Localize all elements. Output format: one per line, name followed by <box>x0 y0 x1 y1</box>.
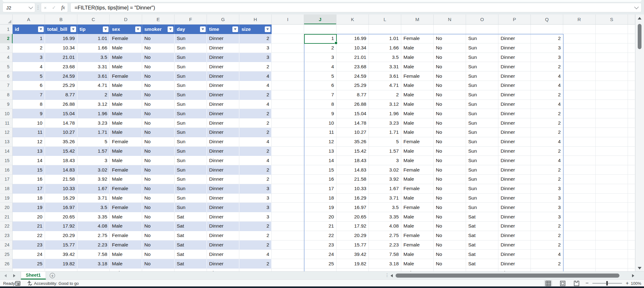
cell-G25[interactable]: Dinner <box>207 250 239 259</box>
cell-N22[interactable]: No <box>434 222 466 231</box>
cell-S19[interactable] <box>596 194 628 203</box>
cell-G20[interactable]: Dinner <box>207 203 239 212</box>
row-header-8[interactable]: 8 <box>0 90 13 100</box>
cell-O3[interactable]: Sun <box>466 43 498 53</box>
cell-L9[interactable]: 3.12 <box>369 100 401 109</box>
cell-D17[interactable]: Male <box>110 175 142 184</box>
cell-R15[interactable] <box>563 156 596 165</box>
cell-M26[interactable]: Male <box>401 259 434 268</box>
cell-J3[interactable]: 2 <box>304 43 336 53</box>
cell-E2[interactable]: No <box>142 34 175 43</box>
hscroll-right-icon[interactable] <box>632 274 634 277</box>
cell-partial-9[interactable] <box>628 100 635 109</box>
cell-P16[interactable]: Dinner <box>498 165 531 175</box>
cell-H17[interactable]: 2 <box>239 175 272 184</box>
cell-J18[interactable]: 17 <box>304 184 336 194</box>
cell-S8[interactable] <box>596 90 628 100</box>
cell-Q21[interactable]: 3 <box>531 212 563 222</box>
cell-C4[interactable]: 3.5 <box>77 53 110 62</box>
cell-H21[interactable]: 3 <box>239 212 272 222</box>
cell-C22[interactable]: 4.08 <box>77 222 110 231</box>
hscroll-left-icon[interactable] <box>391 274 393 277</box>
cell-F3[interactable]: Sun <box>175 43 207 53</box>
cell-S18[interactable] <box>596 184 628 194</box>
column-header-R[interactable]: R <box>563 14 596 24</box>
cell-R9[interactable] <box>563 100 596 109</box>
cell-I21[interactable] <box>272 212 304 222</box>
cell-A11[interactable]: 10 <box>13 118 45 128</box>
cell-R10[interactable] <box>563 109 596 118</box>
cell-H9[interactable]: 4 <box>239 100 272 109</box>
cell-G4[interactable]: Dinner <box>207 53 239 62</box>
cell-D21[interactable]: Male <box>110 212 142 222</box>
cell-N10[interactable]: No <box>434 109 466 118</box>
row-header-26[interactable]: 26 <box>0 259 13 268</box>
cell-P26[interactable]: Dinner <box>498 259 531 268</box>
cell-N12[interactable]: No <box>434 128 466 137</box>
cell-S23[interactable] <box>596 231 628 240</box>
cell-K5[interactable]: 23.68 <box>336 62 369 71</box>
normal-view-button[interactable] <box>544 280 552 286</box>
cell-S20[interactable] <box>596 203 628 212</box>
cell-H22[interactable]: 2 <box>239 222 272 231</box>
cell-C8[interactable]: 2 <box>77 90 110 100</box>
filter-button-smoker[interactable] <box>168 26 173 32</box>
cell-G8[interactable]: Dinner <box>207 90 239 100</box>
cell-F10[interactable]: Sun <box>175 109 207 118</box>
cell-E15[interactable]: No <box>142 156 175 165</box>
cell-P27[interactable]: Dinner <box>498 268 531 271</box>
cell-D22[interactable]: Male <box>110 222 142 231</box>
cell-J15[interactable]: 14 <box>304 156 336 165</box>
cell-B14[interactable]: 15.42 <box>45 147 77 156</box>
cell-I8[interactable] <box>272 90 304 100</box>
column-header-P[interactable]: P <box>498 14 531 24</box>
cell-M7[interactable]: Male <box>401 81 434 90</box>
cell-E27[interactable]: No <box>142 268 175 271</box>
cell-C23[interactable]: 2.75 <box>77 231 110 240</box>
cell-C7[interactable]: 4.71 <box>77 81 110 90</box>
cell-A5[interactable]: 4 <box>13 62 45 71</box>
row-header-21[interactable]: 21 <box>0 212 13 222</box>
cell-B15[interactable]: 18.43 <box>45 156 77 165</box>
formula-input[interactable]: =FILTER(tips, tips[time] = "Dinner") <box>70 3 641 12</box>
cell-I3[interactable] <box>272 43 304 53</box>
cell-R24[interactable] <box>563 240 596 250</box>
cell-E24[interactable]: No <box>142 240 175 250</box>
cell-F18[interactable]: Sun <box>175 184 207 194</box>
cell-B5[interactable]: 23.68 <box>45 62 77 71</box>
cell-A23[interactable]: 22 <box>13 231 45 240</box>
cell-M21[interactable]: Male <box>401 212 434 222</box>
row-header-27[interactable]: 27 <box>0 268 13 271</box>
cell-G26[interactable]: Dinner <box>207 259 239 268</box>
cell-O10[interactable]: Sun <box>466 109 498 118</box>
cell-L1[interactable] <box>369 25 401 34</box>
cell-E6[interactable]: No <box>142 71 175 81</box>
cell-M17[interactable]: Male <box>401 175 434 184</box>
cell-Q5[interactable]: 2 <box>531 62 563 71</box>
cell-M8[interactable]: Male <box>401 90 434 100</box>
cell-R21[interactable] <box>563 212 596 222</box>
cell-Q6[interactable]: 4 <box>531 71 563 81</box>
cell-I20[interactable] <box>272 203 304 212</box>
column-header-C[interactable]: C <box>77 14 110 24</box>
row-header-13[interactable]: 13 <box>0 137 13 147</box>
cell-M27[interactable]: Male <box>401 268 434 271</box>
cell-J5[interactable]: 4 <box>304 62 336 71</box>
cell-G12[interactable]: Dinner <box>207 128 239 137</box>
row-header-20[interactable]: 20 <box>0 203 13 212</box>
enter-icon[interactable]: ✓ <box>52 5 56 10</box>
cell-A8[interactable]: 7 <box>13 90 45 100</box>
cell-H25[interactable]: 4 <box>239 250 272 259</box>
cell-K14[interactable]: 15.42 <box>336 147 369 156</box>
cell-L14[interactable]: 1.57 <box>369 147 401 156</box>
column-header-G[interactable]: G <box>207 14 239 24</box>
cell-C19[interactable]: 3.71 <box>77 194 110 203</box>
cell-R18[interactable] <box>563 184 596 194</box>
cell-Q1[interactable] <box>531 25 563 34</box>
cell-J19[interactable]: 18 <box>304 194 336 203</box>
cell-C15[interactable]: 3 <box>77 156 110 165</box>
cell-A17[interactable]: 16 <box>13 175 45 184</box>
cell-M24[interactable]: Female <box>401 240 434 250</box>
cell-F15[interactable]: Sun <box>175 156 207 165</box>
cell-D1[interactable]: sex <box>110 25 142 34</box>
